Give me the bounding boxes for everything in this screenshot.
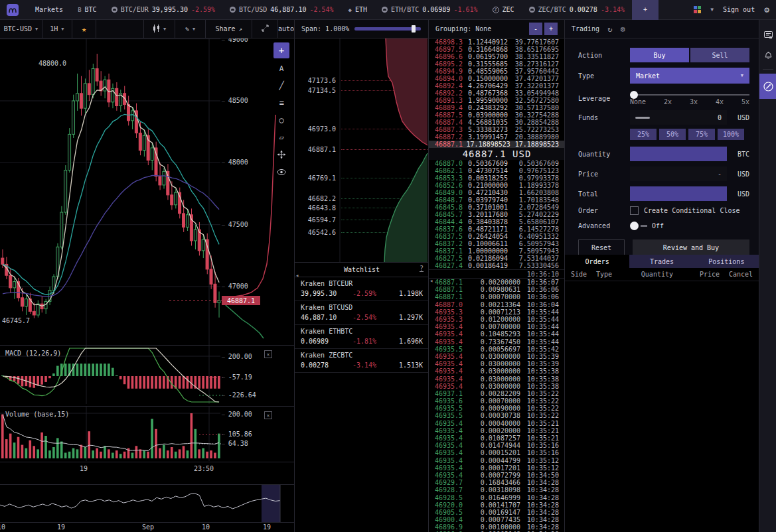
funds-25-button[interactable]: 25%: [630, 129, 657, 140]
close-macd-icon[interactable]: ✕: [264, 350, 272, 358]
horizontal-lines-tool-button[interactable]: ≡: [273, 96, 289, 110]
tab-trades[interactable]: Trades: [629, 255, 694, 268]
orderbook-bid-row[interactable]: 46849.00.472104301.66203808: [429, 189, 565, 196]
trendline-tool-button[interactable]: ╱: [273, 78, 289, 93]
grouping-increase-button[interactable]: +: [544, 23, 558, 35]
orderbook-bid-row[interactable]: 46887.00.503676090.50367609: [429, 160, 565, 167]
buy-button[interactable]: Buy: [630, 48, 689, 62]
orderbook-bid-row[interactable]: 46853.30.003182550.97993378: [429, 174, 565, 182]
pair-tab-btcusd[interactable]: BTC/USD46,887.10-2.54%: [222, 0, 341, 20]
sign-out-button[interactable]: Sign out: [723, 6, 755, 13]
overview-navigator[interactable]: [0, 484, 294, 523]
funds-100-button[interactable]: 100%: [718, 129, 744, 140]
kraken-logo-icon[interactable]: [7, 4, 19, 16]
advanced-toggle[interactable]: Off: [630, 222, 664, 230]
add-drawing-button[interactable]: +: [273, 42, 289, 58]
orderbook-bid-row[interactable]: 46837.60.487211716.14527278: [429, 226, 565, 233]
trading-settings-gear-icon[interactable]: ⚙: [620, 25, 625, 34]
watchlist-row[interactable]: Kraken ZECBTC0.00278-3.14%1.513K: [295, 349, 429, 373]
watchlist-row[interactable]: Kraken BTCEUR39,995.30-2.59%1.198K: [295, 277, 429, 301]
orderbook-ask-row[interactable]: 46894.00.1500000037.47201377: [429, 75, 565, 82]
orderbook-ask-row[interactable]: 46887.117.1889852317.18898523: [429, 141, 565, 148]
asset-tab-zec[interactable]: ZZEC: [485, 0, 522, 20]
order-type-select[interactable]: Market ▼: [630, 68, 749, 84]
pair-tab-ethbtc[interactable]: ETH/BTC0.06989-1.61%: [374, 0, 485, 20]
settings-gear-icon[interactable]: ⚙: [764, 5, 769, 15]
nav-markets[interactable]: Markets: [28, 0, 70, 20]
orderbook-bid-row[interactable]: 46837.20.100066116.50957943: [429, 240, 565, 247]
asset-tab-btc[interactable]: ɃBTC: [70, 0, 104, 20]
scale-mode-button[interactable]: auto: [278, 20, 294, 38]
orderbook-ask-row[interactable]: 46892.20.4876736833.05494948: [429, 90, 565, 97]
orderbook-bid-row[interactable]: 46844.40.384038785.65806107: [429, 218, 565, 226]
total-input[interactable]: [630, 186, 727, 201]
refresh-icon[interactable]: ↻: [607, 25, 612, 34]
orderbook-bid-row[interactable]: 46848.70.039797401.70183548: [429, 196, 565, 204]
close-volume-icon[interactable]: ✕: [264, 411, 272, 419]
orderbook-ask-row[interactable]: 46896.60.0619570038.33511827: [429, 53, 565, 60]
pair-tab-btceur[interactable]: BTC/EUR39,995.30-2.59%: [104, 0, 222, 20]
funds-75-button[interactable]: 75%: [688, 129, 715, 140]
review-and-buy-button[interactable]: Review and Buy: [633, 239, 749, 256]
price-chart[interactable]: 4900048500480004750047000 48800.0 46745.…: [0, 38, 294, 345]
chevron-down-icon[interactable]: ▼: [710, 7, 714, 13]
funds-input[interactable]: 0: [630, 110, 727, 125]
orderbook-ask-row[interactable]: 46897.50.3166486838.65176695: [429, 46, 565, 53]
move-tool-button[interactable]: [273, 147, 289, 162]
quantity-input[interactable]: [630, 147, 727, 161]
draw-tool-selector[interactable]: ✎▼: [175, 20, 206, 38]
pair-tab-zecbtc[interactable]: ZEC/BTC0.00278-3.14%: [522, 0, 632, 20]
orderbook-bid-row[interactable]: 46845.80.371010012.07284549: [429, 204, 565, 211]
orderbook-ask-row[interactable]: 46894.90.4855906537.95760442: [429, 68, 565, 75]
speedometer-compass-icon[interactable]: [759, 74, 776, 99]
price-input[interactable]: -: [630, 166, 727, 181]
chart-type-selector[interactable]: ▼: [144, 20, 175, 38]
orderbook-bid-row[interactable]: 46852.60.210000001.18993378: [429, 182, 565, 189]
conditional-close-checkbox[interactable]: [630, 206, 639, 215]
orderbook-ask-row[interactable]: 46891.31.9959000032.56727580: [429, 97, 565, 104]
pair-selector[interactable]: BTC-USD▼: [0, 20, 42, 38]
orderbook-ask-row[interactable]: 46887.35.3338327325.72273253: [429, 126, 565, 133]
interval-selector[interactable]: 1H▼: [42, 20, 72, 38]
orderbook-ask-row[interactable]: 46895.20.3155568538.27316127: [429, 60, 565, 68]
span-slider-thumb[interactable]: [412, 25, 416, 33]
span-slider[interactable]: [354, 27, 421, 31]
orderbook-ask-row[interactable]: 46889.40.2438329230.57137580: [429, 104, 565, 111]
add-pair-tab-button[interactable]: +: [632, 0, 659, 20]
orderbook-bid-row[interactable]: 46837.11.000000007.50957943: [429, 247, 565, 255]
orderbook-bid-row[interactable]: 46827.40.001864197.53330456: [429, 262, 565, 269]
watchlist-row[interactable]: Kraken ETHBTC0.06989-1.81%1.696K: [295, 325, 429, 349]
feedback-note-icon[interactable]: [759, 25, 776, 45]
asset-tab-eth[interactable]: ◆ETH: [341, 0, 374, 20]
text-tool-button[interactable]: A: [273, 61, 289, 76]
volume-pane[interactable]: Volume (base,15) ✕ 200.00105.8664.38: [0, 406, 294, 462]
collapse-watchlist-icon[interactable]: ◂: [295, 272, 299, 279]
notifications-bell-icon[interactable]: [759, 45, 776, 65]
help-icon[interactable]: ?: [420, 265, 424, 272]
fullscreen-button[interactable]: [252, 20, 278, 38]
ellipse-tool-button[interactable]: ○: [273, 113, 289, 127]
tab-positions[interactable]: Positions: [694, 255, 759, 268]
grouping-decrease-button[interactable]: -: [529, 23, 542, 35]
orderbook-ask-row[interactable]: 46887.23.1999145720.38889980: [429, 133, 565, 141]
visibility-eye-icon[interactable]: [273, 165, 289, 179]
share-button[interactable]: Share↗: [206, 20, 252, 38]
orderbook-ask-row[interactable]: 46892.44.2670642937.32201377: [429, 82, 565, 90]
collapse-trades-icon[interactable]: ◂: [429, 277, 433, 284]
favorite-button[interactable]: ★: [72, 20, 97, 38]
orderbook-bid-row[interactable]: 46837.50.264240546.40951332: [429, 233, 565, 240]
orderbook-ask-row[interactable]: 46887.50.0390000030.32754288: [429, 111, 565, 119]
funds-50-button[interactable]: 50%: [659, 129, 686, 140]
depth-chart[interactable]: 47173.647134.546973.046887.146769.146682…: [295, 38, 429, 262]
orderbook-bid-row[interactable]: 46862.10.473075140.97675123: [429, 167, 565, 174]
reset-button[interactable]: Reset: [578, 239, 625, 256]
orderbook-ask-row[interactable]: 46887.44.5688103530.28854288: [429, 119, 565, 126]
watchlist-row[interactable]: Kraken BTCUSD46,887.10-2.54%1.297K: [295, 301, 429, 325]
orderbook-bid-row[interactable]: 46845.73.201176805.27402229: [429, 211, 565, 218]
macd-pane[interactable]: MACD (12,26,9) ✕ 200.00-57.19-226.64: [0, 345, 294, 405]
orderbook-bid-row[interactable]: 46827.50.021860947.53144037: [429, 255, 565, 262]
leverage-slider[interactable]: None 2x 3x 4x 5x: [630, 89, 749, 107]
shape-tool-button[interactable]: ▱: [273, 130, 289, 145]
orderbook-ask-row[interactable]: 46898.31.1244091239.77617607: [429, 38, 565, 46]
apps-grid-icon[interactable]: [694, 6, 701, 13]
